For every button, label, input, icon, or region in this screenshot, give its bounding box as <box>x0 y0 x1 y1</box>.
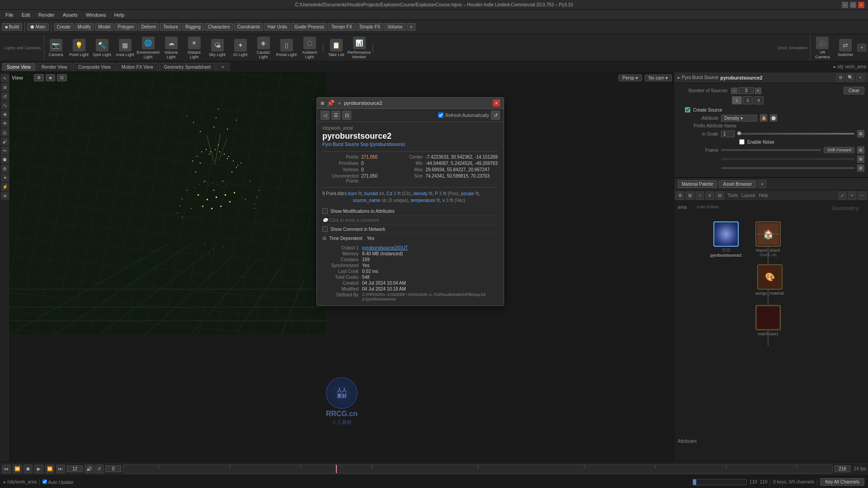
in-scale-2-btn[interactable]: ⊞ <box>857 155 864 163</box>
shelf-sky-light[interactable]: 🌤 Sky Light <box>206 35 229 61</box>
ctx-texture[interactable]: Texture <box>160 23 181 31</box>
ctx-add[interactable]: + <box>407 23 416 31</box>
vp-snap-btn[interactable]: ⊡ <box>57 74 67 81</box>
net-zoom-out[interactable]: − <box>858 192 866 200</box>
popup-refresh-btn[interactable]: ↺ <box>491 111 500 120</box>
ctx-model[interactable]: Model <box>95 23 113 31</box>
ctx-create[interactable]: Create <box>54 23 74 31</box>
tl-frame-input[interactable] <box>67 465 83 472</box>
shelf-vr-camera[interactable]: 🎥 VR Camera <box>811 35 834 61</box>
tl-range-start[interactable] <box>105 465 121 472</box>
asset-browser-btn[interactable]: Asset Browser <box>719 180 756 188</box>
enable-noise-checkbox[interactable] <box>739 139 745 145</box>
sidebar-particles[interactable]: ✦ <box>1 174 9 182</box>
net-list-btn[interactable]: ≡ <box>706 192 714 200</box>
vp-tools-btn[interactable]: ⚙ <box>34 74 44 81</box>
comment-text[interactable]: Click to enter a comment <box>329 218 379 223</box>
tab-source-3[interactable]: 3 <box>754 96 764 104</box>
shelf-env-light[interactable]: 🌐 Environment Light <box>137 35 160 61</box>
ctx-simple-fx[interactable]: Simple FX <box>356 23 383 31</box>
tab-add[interactable]: + <box>217 63 229 71</box>
persp-button[interactable]: Persp ▾ <box>618 75 642 81</box>
clear-button[interactable]: Clear <box>844 87 864 94</box>
popup-refresh-checkbox[interactable] <box>438 113 443 118</box>
ctx-rigging[interactable]: Rigging <box>182 23 204 31</box>
sidebar-cloth[interactable]: ≋ <box>1 192 9 200</box>
tab-source-2[interactable]: 2 <box>743 96 753 104</box>
build-button[interactable]: ■ Build <box>2 23 22 31</box>
close-button[interactable]: × <box>858 2 864 8</box>
menu-render[interactable]: Render <box>35 11 58 19</box>
material-add-btn[interactable]: + <box>758 180 766 188</box>
auto-update-checkbox[interactable] <box>42 479 47 484</box>
sidebar-scale[interactable]: ⤡ <box>1 101 9 109</box>
ctx-terrain-fx[interactable]: Terrain FX <box>328 23 355 31</box>
node-thumb-pyroburstsource2[interactable] <box>713 221 739 247</box>
shelf-take-list[interactable]: 📋 Take List <box>325 35 348 61</box>
sidebar-handle[interactable]: ✥ <box>1 110 9 118</box>
rph-add-btn[interactable]: + <box>856 74 864 82</box>
attribute-icon2[interactable]: ⬤ <box>770 114 777 122</box>
ctx-volume[interactable]: Volume <box>384 23 406 31</box>
tl-range-end[interactable] <box>835 465 850 472</box>
in-scale-slider-thumb[interactable] <box>737 131 741 135</box>
show-comment-checkbox[interactable] <box>322 226 328 232</box>
sidebar-pose[interactable]: ⚈ <box>1 155 9 164</box>
attribute-dropdown[interactable]: Density ▾ <box>721 115 757 122</box>
net-tools-btn[interactable]: ⚙ <box>676 192 684 200</box>
sources-increment[interactable]: + <box>755 88 761 94</box>
nocam-button[interactable]: No cam ▾ <box>645 75 672 81</box>
net-view-btn[interactable]: □ <box>696 192 704 200</box>
shelf-performance-monitor[interactable]: 📊 Performance Monitor <box>348 35 371 61</box>
in-offset-btn[interactable]: ⊞ <box>857 164 864 172</box>
net-layout-btn[interactable]: ⊞ <box>686 192 694 200</box>
menu-file[interactable]: File <box>2 11 17 19</box>
menu-windows[interactable]: Windows <box>82 11 110 19</box>
ctx-hair-units[interactable]: Hair Units <box>264 23 290 31</box>
shelf-volume-light[interactable]: ☁ Volume Light <box>160 35 183 61</box>
shift-forward-btn[interactable]: Shift Forward <box>824 147 854 153</box>
sidebar-gadgets[interactable]: ⚙ <box>1 164 9 173</box>
popup-tb-btn3[interactable]: ⊡ <box>342 111 351 120</box>
show-modifications-checkbox[interactable] <box>322 208 328 214</box>
shelf-add[interactable]: + <box>857 44 866 52</box>
shelf-spot-light[interactable]: 🔦 Spot Light <box>91 35 113 61</box>
timeline-track[interactable] <box>123 465 833 474</box>
sidebar-rotate[interactable]: ↺ <box>1 92 9 100</box>
vp-display-btn[interactable]: ◈ <box>46 74 55 81</box>
tab-render-view[interactable]: Render View <box>37 63 72 71</box>
tl-play[interactable]: ▶ <box>34 465 43 474</box>
menu-assets[interactable]: Assets <box>59 11 81 19</box>
sidebar-select[interactable]: ↖ <box>1 74 9 82</box>
net-zoom-fit[interactable]: ⤢ <box>838 192 846 200</box>
tl-skip-end[interactable]: ⏭ <box>56 465 65 474</box>
in-scale-input[interactable] <box>721 131 735 137</box>
tl-prev-frame[interactable]: ⏪ <box>13 465 22 474</box>
shelf-distant-light[interactable]: ☀ Distant Light <box>183 35 206 61</box>
net-table-btn[interactable]: ⊟ <box>716 192 724 200</box>
frame-slider[interactable] <box>721 149 821 151</box>
minimize-button[interactable]: – <box>842 2 848 8</box>
shelf-caustic-light[interactable]: ◈ Caustic Light <box>252 35 275 61</box>
attribute-icon1[interactable]: 🔒 <box>760 114 767 122</box>
sidebar-edit[interactable]: ✏ <box>1 146 9 155</box>
rph-settings-btn[interactable]: ⚙ <box>836 74 844 82</box>
tab-scene-view[interactable]: Scene View <box>2 63 36 71</box>
material-palette-btn[interactable]: Material Palette <box>678 180 717 188</box>
menu-edit[interactable]: Edit <box>18 11 34 19</box>
shelf-portal-light[interactable]: ▯ Portal Light <box>275 35 298 61</box>
shelf-switcher[interactable]: ⇄ Switcher <box>834 35 857 61</box>
frame-icon[interactable]: ⊞ <box>857 146 864 154</box>
ctx-deform[interactable]: Deform <box>138 23 159 31</box>
shelf-camera[interactable]: 📷 Camera <box>45 35 67 61</box>
tl-skip-start[interactable]: ⏮ <box>2 465 11 474</box>
node-thumb-import-shack[interactable]: 🏠 <box>755 221 781 247</box>
tl-next-frame[interactable]: ⏩ <box>45 465 54 474</box>
popup-tb-btn2[interactable]: ☰ <box>331 111 340 120</box>
menu-help[interactable]: Help <box>110 11 128 19</box>
tl-stop[interactable]: ⏹ <box>24 465 33 474</box>
maximize-button[interactable]: □ <box>850 2 856 8</box>
sources-decrement[interactable]: – <box>731 88 737 94</box>
pit-output1-value[interactable]: pyroburstsource2/OUT <box>362 245 408 250</box>
tab-source-1[interactable]: 1 <box>732 96 742 104</box>
